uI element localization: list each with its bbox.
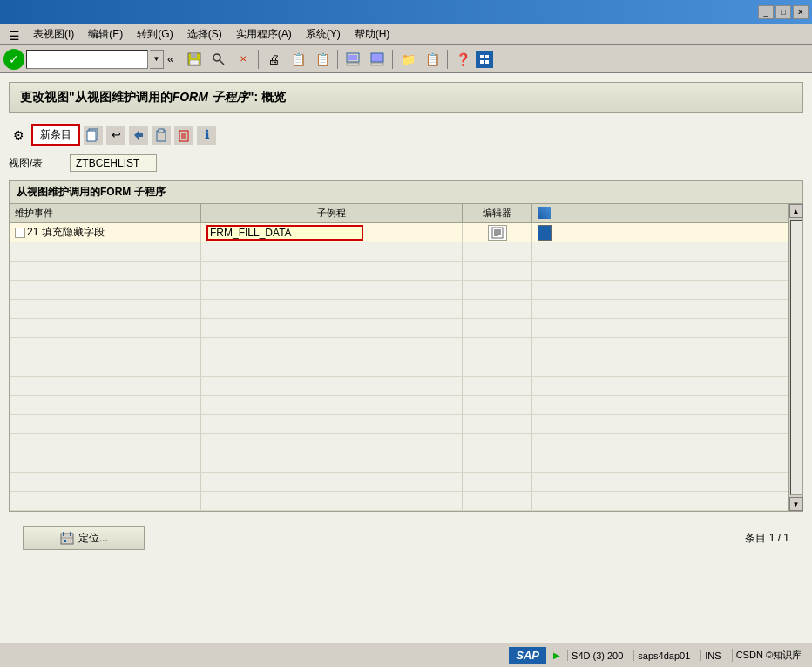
save-button[interactable] (183, 48, 206, 71)
app-icon: ☰ (5, 28, 23, 44)
customise-button[interactable] (476, 51, 493, 68)
page-title-section: 更改视图"从视图维护调用的FORM 子程序": 概览 (9, 82, 803, 113)
svg-rect-29 (63, 532, 64, 536)
extra-info: CSDN ©知识库 (732, 649, 805, 662)
page-title-italic: FORM 子程序 (173, 90, 248, 104)
help-button[interactable]: ❓ (451, 48, 474, 71)
copy-rows-button[interactable] (84, 126, 103, 145)
close-button[interactable]: ✕ (793, 5, 809, 19)
view-table-field-row: 视图/表 ZTBCEHLIST (9, 154, 803, 172)
nav-back-btn[interactable]: « (166, 52, 175, 65)
view-table-label: 视图/表 (9, 156, 61, 171)
empty-row (10, 242, 788, 262)
cell-editor-1[interactable] (463, 223, 532, 242)
empty-row (10, 396, 788, 415)
locate-label: 定位... (78, 531, 108, 546)
cell-color-1 (532, 223, 558, 242)
command-field[interactable] (26, 50, 148, 69)
menu-bar: ☰ 表视图(I) 编辑(E) 转到(G) 选择(S) 实用程序(A) 系统(Y)… (0, 24, 812, 45)
menu-help[interactable]: 帮助(H) (348, 25, 397, 44)
copy-button-2[interactable]: 📋 (311, 48, 334, 71)
upload-button[interactable] (342, 48, 364, 71)
new-item-button[interactable]: 新条目 (31, 124, 80, 146)
svg-rect-1 (191, 53, 197, 58)
copy-button-1[interactable]: 📋 (287, 48, 309, 71)
scroll-down-button[interactable]: ▼ (789, 497, 803, 511)
toolbar-sep-4 (392, 50, 393, 69)
col-header-editor: 编辑器 (463, 204, 532, 222)
editor-icon-button[interactable] (488, 225, 507, 241)
menu-goto[interactable]: 转到(G) (130, 25, 179, 44)
minimize-button[interactable]: _ (758, 5, 774, 19)
table-section-title: 从视图维护调用的FORM 子程序 (10, 181, 802, 204)
svg-rect-16 (87, 131, 96, 141)
table-section: 从视图维护调用的FORM 子程序 维护事件 子例程 编辑器 (9, 180, 803, 512)
scroll-track[interactable] (790, 220, 802, 495)
main-toolbar: ✓ ▼ « ✕ 🖨 📋 📋 📁 📋 ❓ (0, 45, 812, 73)
svg-rect-23 (492, 228, 503, 238)
record-status: 条目 1 / 1 (745, 531, 789, 546)
svg-rect-7 (347, 63, 359, 65)
menu-table-view[interactable]: 表视图(I) (26, 25, 81, 44)
find-button[interactable] (207, 48, 230, 71)
col-header-color (532, 204, 558, 222)
svg-rect-6 (348, 55, 357, 60)
row-indicator (15, 228, 25, 238)
table-scrollbar[interactable]: ▲ ▼ (788, 204, 802, 511)
locate-button[interactable]: 定位... (23, 526, 145, 550)
system-info: S4D (3) 200 (567, 650, 626, 661)
maximize-button[interactable]: □ (775, 5, 791, 19)
view-table-value: ZTBCEHLIST (70, 154, 157, 172)
sap-logo: SAP (509, 647, 546, 664)
empty-row (10, 338, 788, 357)
insert-mode: INS (700, 650, 724, 661)
empty-row (10, 434, 788, 453)
back-button[interactable] (129, 126, 148, 145)
col-header-sub: 子例程 (201, 204, 463, 222)
toolbar-sep-5 (447, 50, 448, 69)
local-file-button[interactable]: 📁 (396, 48, 419, 71)
toolbar-sep-2 (258, 50, 259, 69)
clipboard-button[interactable]: 📋 (421, 48, 443, 71)
locate-icon (59, 530, 75, 546)
svg-rect-32 (64, 540, 66, 542)
cell-sub-1[interactable] (201, 223, 463, 242)
table-body: 21 填充隐藏字段 (10, 223, 788, 511)
svg-rect-13 (480, 60, 484, 64)
paste-button[interactable] (152, 126, 171, 145)
window-controls[interactable]: _ □ ✕ (758, 5, 809, 19)
empty-row (10, 415, 788, 434)
empty-row (10, 473, 788, 492)
settings-icon: ⚙ (9, 126, 28, 145)
scroll-up-button[interactable]: ▲ (789, 204, 803, 218)
menu-edit[interactable]: 编辑(E) (81, 25, 130, 44)
back-check-button[interactable]: ✓ (3, 49, 24, 70)
svg-point-3 (213, 54, 220, 61)
menu-system[interactable]: 系统(Y) (299, 25, 348, 44)
svg-rect-2 (190, 60, 199, 65)
sub-program-input[interactable] (206, 225, 363, 241)
delete-button[interactable] (174, 126, 193, 145)
download-button[interactable] (366, 48, 389, 71)
info-button[interactable]: ℹ (197, 126, 216, 145)
table-row[interactable]: 21 填充隐藏字段 (10, 223, 788, 242)
table-with-scroll: 维护事件 子例程 编辑器 21 填充隐藏字段 (10, 204, 802, 511)
menu-utilities[interactable]: 实用程序(A) (229, 25, 299, 44)
empty-row (10, 357, 788, 377)
table-content: 维护事件 子例程 编辑器 21 填充隐藏字段 (10, 204, 788, 511)
table-header: 维护事件 子例程 编辑器 (10, 204, 788, 223)
undo-button[interactable]: ↩ (106, 126, 125, 145)
empty-row (10, 281, 788, 300)
svg-rect-14 (485, 60, 489, 64)
secondary-toolbar: ⚙ 新条目 ↩ ℹ (9, 122, 803, 147)
empty-row (10, 377, 788, 396)
print-button[interactable]: 🖨 (262, 48, 285, 71)
command-dropdown[interactable]: ▼ (150, 50, 164, 69)
empty-row (10, 319, 788, 338)
svg-rect-8 (371, 53, 383, 62)
svg-rect-12 (485, 55, 489, 58)
empty-row (10, 453, 788, 473)
status-bar: SAP ▶ S4D (3) 200 saps4dap01 INS CSDN ©知… (0, 643, 812, 667)
menu-select[interactable]: 选择(S) (180, 25, 229, 44)
find-next-button[interactable]: ✕ (232, 48, 254, 71)
